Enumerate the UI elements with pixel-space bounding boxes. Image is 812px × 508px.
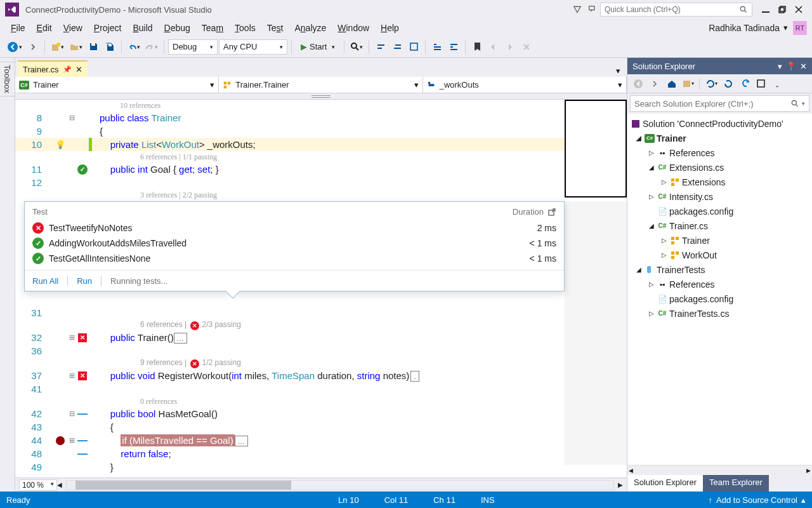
menu-edit[interactable]: Edit bbox=[31, 20, 58, 36]
menu-tools[interactable]: Tools bbox=[229, 20, 261, 36]
horizontal-scrollbar[interactable] bbox=[66, 480, 614, 490]
clear-bookmark-button[interactable] bbox=[519, 39, 534, 55]
menu-analyze[interactable]: Analyze bbox=[289, 20, 332, 36]
close-button[interactable] bbox=[790, 3, 807, 17]
se-more-button[interactable]: „ bbox=[770, 77, 784, 91]
codelens-42[interactable]: 0 references bbox=[92, 397, 177, 406]
find-button[interactable]: ▾ bbox=[348, 39, 365, 55]
nav-member-combo[interactable]: _workOuts▾ bbox=[423, 77, 627, 93]
uncomment-button[interactable] bbox=[446, 39, 461, 55]
vertical-scrollbar[interactable] bbox=[565, 201, 627, 465]
se-fwd-button[interactable] bbox=[648, 77, 662, 91]
file-trainer-cs[interactable]: Trainer.cs bbox=[669, 221, 708, 231]
menu-file[interactable]: File bbox=[5, 20, 31, 36]
panel-close-icon[interactable]: ✕ bbox=[800, 62, 807, 71]
next-bookmark-button[interactable] bbox=[502, 39, 518, 55]
editor-splitter[interactable] bbox=[15, 93, 627, 100]
user-dropdown-icon[interactable]: ▾ bbox=[783, 23, 788, 32]
platform-combo[interactable]: Any CPU▾ bbox=[219, 39, 287, 55]
source-control-button[interactable]: Add to Source Control bbox=[716, 495, 797, 505]
se-home-button[interactable] bbox=[664, 77, 678, 91]
references-node-2[interactable]: References bbox=[669, 279, 715, 290]
se-showall-button[interactable] bbox=[737, 77, 751, 91]
undo-button[interactable]: ▾ bbox=[126, 39, 142, 55]
project-trainertests[interactable]: TrainerTests bbox=[657, 265, 705, 275]
codelens-8[interactable]: 10 references bbox=[92, 101, 160, 110]
codelens-13[interactable]: 3 references | 2/2 passing bbox=[92, 190, 217, 200]
menu-help[interactable]: Help bbox=[375, 20, 405, 36]
menu-team[interactable]: Team bbox=[196, 20, 229, 36]
menu-project[interactable]: Project bbox=[88, 20, 128, 36]
test-row[interactable]: ✓AddingWorkoutAddsMilesTravelled< 1 ms bbox=[25, 236, 564, 251]
signed-in-user[interactable]: Radhika Tadinada bbox=[709, 23, 780, 33]
class-workout[interactable]: WorkOut bbox=[682, 250, 717, 260]
references-node[interactable]: References bbox=[669, 148, 715, 158]
prev-bookmark-button[interactable] bbox=[486, 39, 501, 55]
bookmark-button[interactable] bbox=[469, 39, 485, 55]
file-trainertests-cs[interactable]: TrainerTests.cs bbox=[669, 309, 729, 319]
tab-team-explorer[interactable]: Team Explorer bbox=[703, 475, 769, 491]
pin-icon[interactable]: 📌 bbox=[63, 65, 72, 74]
menu-debug[interactable]: Debug bbox=[159, 20, 196, 36]
notifications-icon[interactable] bbox=[570, 3, 585, 17]
menu-view[interactable]: View bbox=[58, 20, 88, 36]
codelens-11[interactable]: 6 references | 1/1 passing bbox=[92, 152, 217, 162]
solution-tree[interactable]: Solution 'ConnectProductivityDemo' ◢C#Tr… bbox=[627, 114, 812, 465]
code-overview-map[interactable] bbox=[565, 100, 627, 197]
menu-test[interactable]: Test bbox=[261, 20, 289, 36]
run-all-link[interactable]: Run All bbox=[32, 276, 58, 286]
file-packages-2[interactable]: packages.config bbox=[669, 294, 733, 304]
doc-tab-trainer[interactable]: Trainer.cs 📌 ✕ bbox=[18, 60, 88, 77]
file-intensity-cs[interactable]: Intensity.cs bbox=[669, 192, 713, 202]
se-collapse-button[interactable] bbox=[721, 77, 735, 91]
se-back-button[interactable] bbox=[631, 77, 645, 91]
project-trainer[interactable]: Trainer bbox=[657, 133, 686, 144]
file-extensions-cs[interactable]: Extensions.cs bbox=[669, 163, 724, 173]
quick-launch-input[interactable]: Quick Launch (Ctrl+Q) bbox=[600, 3, 752, 17]
popout-icon[interactable] bbox=[547, 208, 556, 217]
solution-node[interactable]: Solution 'ConnectProductivityDemo' bbox=[643, 119, 783, 129]
menu-window[interactable]: Window bbox=[332, 20, 375, 36]
se-sync-button[interactable]: ▾ bbox=[681, 77, 695, 91]
run-link[interactable]: Run bbox=[77, 276, 92, 286]
nav-fwd-button[interactable] bbox=[25, 39, 41, 55]
nav-class-combo[interactable]: Trainer.Trainer▾ bbox=[219, 77, 422, 93]
menu-build[interactable]: Build bbox=[127, 20, 158, 36]
class-trainer[interactable]: Trainer bbox=[682, 236, 710, 246]
class-extensions[interactable]: Extensions bbox=[682, 177, 725, 187]
nav-back-button[interactable]: ▾ bbox=[5, 39, 24, 55]
redo-button[interactable]: ▾ bbox=[143, 39, 160, 55]
step-button-1[interactable] bbox=[373, 39, 388, 55]
codelens-32[interactable]: 6 references | ✕ 2/3 passing bbox=[92, 320, 241, 330]
minimize-button[interactable] bbox=[757, 3, 774, 17]
open-button[interactable]: ▾ bbox=[67, 39, 84, 55]
close-tab-icon[interactable]: ✕ bbox=[75, 65, 82, 74]
save-button[interactable] bbox=[86, 39, 101, 55]
new-project-button[interactable]: ▾ bbox=[49, 39, 66, 55]
breakpoint-icon[interactable] bbox=[56, 436, 65, 445]
toolbox-panel-tab[interactable]: Toolbox bbox=[0, 58, 15, 491]
user-avatar[interactable]: RT bbox=[793, 21, 807, 35]
code-editor[interactable]: 10 references 8⊟public class Trainer 9{ … bbox=[15, 100, 627, 478]
feedback-icon[interactable] bbox=[585, 3, 600, 17]
codelens-37[interactable]: 9 references | ✕ 1/2 passing bbox=[92, 358, 241, 368]
step-button-2[interactable] bbox=[390, 39, 405, 55]
lightbulb-icon[interactable]: 💡 bbox=[55, 140, 65, 149]
se-refresh-button[interactable]: ▾ bbox=[704, 77, 718, 91]
file-packages[interactable]: packages.config bbox=[669, 206, 733, 217]
doc-tab-overflow[interactable]: ▾ bbox=[612, 64, 624, 77]
save-all-button[interactable] bbox=[102, 39, 117, 55]
step-button-3[interactable] bbox=[406, 39, 421, 55]
maximize-button[interactable] bbox=[774, 3, 790, 17]
comment-button[interactable] bbox=[429, 39, 445, 55]
panel-pin-icon[interactable]: 📍 bbox=[786, 62, 796, 71]
test-row[interactable]: ✕TestTweetifyNoNotes2 ms bbox=[25, 220, 564, 236]
se-horizontal-scrollbar[interactable]: ◀▶ bbox=[627, 465, 812, 475]
se-properties-button[interactable] bbox=[754, 77, 768, 91]
start-debug-button[interactable]: ▶Start▾ bbox=[296, 39, 340, 55]
panel-menu-icon[interactable]: ▾ bbox=[778, 62, 782, 71]
test-row[interactable]: ✓TestGetAllIntensitiesNone< 1 ms bbox=[25, 251, 564, 266]
config-combo[interactable]: Debug▾ bbox=[168, 39, 218, 55]
nav-project-combo[interactable]: C#Trainer▾ bbox=[15, 77, 219, 93]
solution-explorer-search[interactable]: Search Solution Explorer (Ctrl+;) ▾ bbox=[630, 95, 809, 112]
